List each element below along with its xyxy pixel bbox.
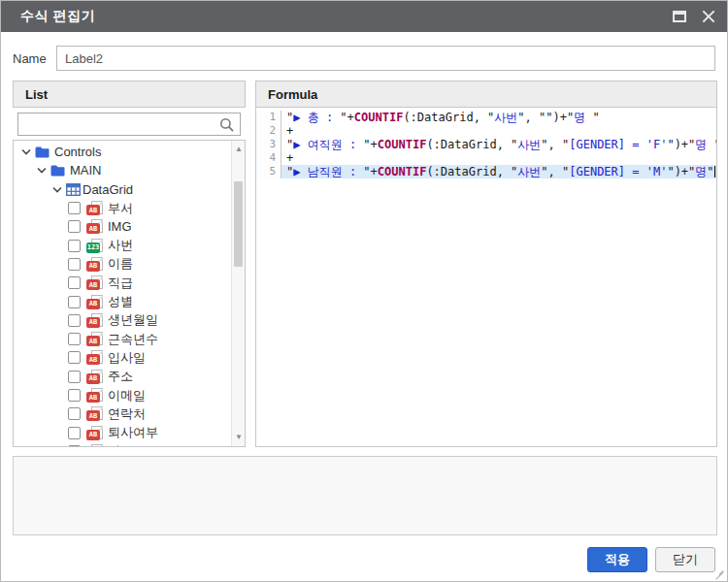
checkbox[interactable]: [68, 314, 81, 327]
tree-item-IMG[interactable]: ABIMG: [14, 217, 231, 236]
text-type-icon: AB: [86, 430, 100, 440]
field-type-icon: AB: [86, 444, 103, 446]
search-input[interactable]: [18, 113, 240, 135]
line-number: 2: [256, 124, 281, 138]
field-label: 이메일: [108, 387, 146, 404]
field-type-icon: AB: [86, 219, 103, 234]
formula-editor-dialog: 수식 편집기 Name List ControlsMAINDataGridAB부…: [0, 0, 728, 582]
window-buttons: [673, 10, 715, 23]
search-icon[interactable]: [219, 117, 234, 132]
tree-item-사번[interactable]: 123사번: [14, 236, 231, 254]
scrollbar-thumb[interactable]: [234, 181, 243, 267]
formula-editor[interactable]: 1"▶ 총 : "+COUNTIF(:DataGrid, "사번", "")+"…: [255, 108, 717, 447]
text-type-icon: AB: [86, 336, 100, 346]
formula-panel: Formula 1"▶ 총 : "+COUNTIF(:DataGrid, "사번…: [255, 81, 717, 447]
field-label: 연락처: [108, 405, 146, 423]
page-icon: [91, 444, 103, 446]
field-label: 직급: [108, 275, 133, 292]
tree-item-label: Controls: [54, 145, 101, 159]
tree-item-주소[interactable]: AB주소: [14, 368, 231, 386]
number-type-icon: 123: [86, 242, 100, 253]
tree-item-직급[interactable]: AB직급: [14, 274, 231, 292]
checkbox[interactable]: [68, 220, 81, 233]
formula-panel-title: Formula: [268, 87, 317, 102]
text-type-icon: AB: [86, 392, 100, 403]
field-type-icon: AB: [86, 201, 103, 215]
field-label: IMG: [108, 219, 132, 234]
line-number: 5: [256, 165, 281, 178]
formula-code: +: [281, 124, 716, 138]
formula-panel-header: Formula: [255, 81, 717, 108]
formula-line: 4+: [256, 151, 716, 165]
name-label: Name: [13, 51, 47, 66]
line-number: 3: [256, 138, 281, 151]
tree-item-이름[interactable]: AB이름: [14, 255, 231, 274]
tree-item-생년월일[interactable]: AB생년월일: [14, 311, 231, 330]
field-type-icon: AB: [86, 295, 103, 309]
scroll-down-icon[interactable]: ▼: [232, 431, 246, 444]
formula-code: +: [281, 151, 716, 165]
tree-item-label: DataGrid: [83, 182, 133, 197]
tree-scrollbar[interactable]: ▲ ▼: [231, 141, 245, 446]
resize-grip-icon[interactable]: [715, 569, 724, 578]
checkbox[interactable]: [68, 240, 81, 252]
text-caret: [714, 166, 715, 178]
text-type-icon: AB: [86, 279, 100, 290]
apply-button[interactable]: 적용: [587, 547, 647, 572]
footer: 적용 닫기: [1, 547, 715, 573]
tree-item-부서[interactable]: AB부서: [14, 199, 231, 217]
close-icon[interactable]: [702, 10, 715, 23]
list-panel-title: List: [25, 87, 48, 102]
list-panel-header: List: [13, 81, 246, 108]
text-type-icon: AB: [86, 373, 100, 384]
checkbox[interactable]: [68, 351, 81, 364]
formula-code: "▶ 여직원 : "+COUNTIF(:DataGrid, "사번", "[GE…: [281, 138, 717, 151]
field-label: 성별: [108, 293, 133, 310]
tree-item-이메일[interactable]: AB이메일: [14, 386, 231, 404]
checkbox[interactable]: [68, 389, 81, 402]
field-type-icon: AB: [86, 406, 103, 421]
close-button[interactable]: 닫기: [655, 547, 715, 572]
checkbox[interactable]: [68, 202, 81, 214]
tree-item-퇴사여부[interactable]: AB퇴사여부: [14, 423, 231, 441]
tree-item-입사일[interactable]: AB입사일: [14, 348, 231, 367]
tree-item-DataGrid[interactable]: DataGrid: [14, 180, 231, 199]
text-type-icon: AB: [86, 261, 100, 272]
text-type-icon: AB: [86, 205, 100, 215]
checkbox[interactable]: [68, 427, 81, 439]
dialog-title: 수식 편집기: [20, 8, 95, 25]
chevron-down-icon[interactable]: [21, 148, 31, 155]
checkbox[interactable]: [68, 407, 81, 420]
text-type-icon: AB: [86, 299, 100, 309]
checkbox[interactable]: [68, 276, 81, 289]
tree-item-Controls[interactable]: Controls: [14, 143, 231, 161]
checkbox[interactable]: [68, 445, 81, 446]
text-type-icon: AB: [86, 410, 100, 421]
formula-code: "▶ 총 : "+COUNTIF(:DataGrid, "사번", "")+"명…: [281, 111, 716, 124]
tree-item-근속년수[interactable]: AB근속년수: [14, 330, 231, 348]
field-label: 주소: [108, 368, 133, 385]
text-type-icon: AB: [86, 354, 100, 365]
checkbox[interactable]: [68, 371, 81, 383]
checkbox[interactable]: [68, 258, 81, 271]
titlebar: 수식 편집기: [1, 1, 727, 32]
tree-item-비고[interactable]: AB비고: [14, 442, 231, 446]
chevron-down-icon[interactable]: [37, 167, 47, 174]
chevron-down-icon[interactable]: [52, 186, 62, 193]
tree-item-성별[interactable]: AB성별: [14, 292, 231, 310]
maximize-icon[interactable]: [673, 11, 686, 22]
checkbox[interactable]: [68, 333, 81, 345]
field-label: 입사일: [108, 349, 146, 367]
text-type-icon: AB: [86, 317, 100, 328]
field-type-icon: AB: [86, 257, 103, 272]
scroll-up-icon[interactable]: ▲: [232, 143, 246, 156]
tree-item-MAIN[interactable]: MAIN: [14, 161, 231, 179]
tree-item-연락처[interactable]: AB연락처: [14, 404, 231, 423]
name-input[interactable]: [56, 46, 715, 71]
field-type-icon: AB: [86, 275, 103, 290]
text-type-icon: AB: [86, 223, 100, 234]
field-type-icon: AB: [86, 332, 103, 346]
checkbox[interactable]: [68, 296, 81, 308]
description-panel: [13, 456, 717, 535]
tree-item-label: MAIN: [70, 163, 102, 178]
